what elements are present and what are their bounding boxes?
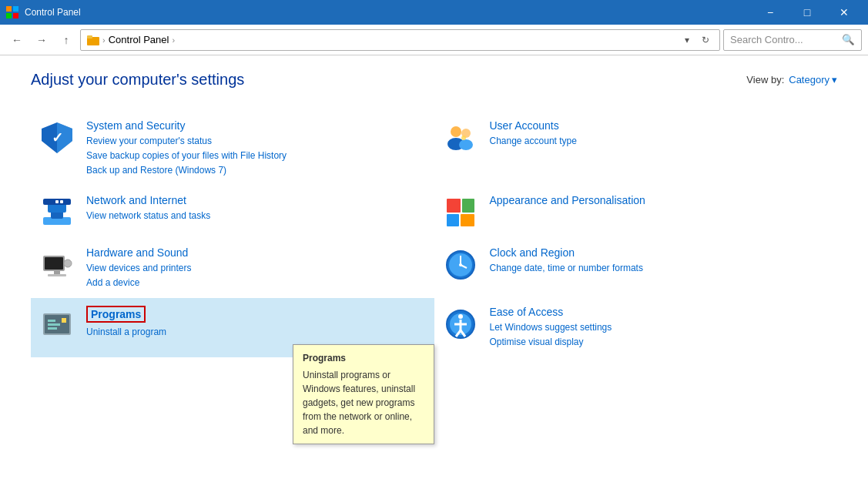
svg-rect-22 (447, 214, 459, 226)
system-security-title[interactable]: System and Security (86, 119, 427, 132)
svg-rect-18 (55, 200, 59, 203)
users-icon (444, 121, 478, 155)
title-bar-title: Control Panel (25, 7, 746, 18)
svg-rect-5 (87, 35, 92, 39)
address-field[interactable]: › Control Panel › ▾ ↻ (80, 29, 720, 51)
network-internet-content: Network and Internet View network status… (86, 194, 427, 223)
view-by-label: View by: (746, 74, 784, 85)
address-dropdown-button[interactable]: ▾ (679, 32, 695, 48)
svg-rect-21 (462, 199, 474, 213)
category-system-security: ✓ System and Security Review your comput… (31, 112, 434, 186)
category-ease-of-access: Ease of Access Let Windows suggest setti… (434, 298, 838, 357)
shield-icon: ✓ (40, 121, 74, 155)
hardware-sound-link-1[interactable]: Add a device (86, 276, 427, 290)
svg-point-42 (458, 314, 463, 319)
svg-rect-0 (6, 6, 12, 12)
category-network-internet: Network and Internet View network status… (31, 186, 434, 239)
system-security-link-0[interactable]: Review your computer's status (86, 134, 427, 149)
address-bar: ← → ↑ › Control Panel › ▾ ↻ Search Contr… (0, 25, 868, 55)
address-end-chevron: › (172, 35, 175, 45)
close-button[interactable]: ✕ (826, 0, 862, 25)
programs-link-0[interactable]: Uninstall a program (86, 325, 427, 340)
network-internet-link-0[interactable]: View network status and tasks (86, 209, 427, 223)
clock-region-link-0[interactable]: Change date, time or number formats (490, 261, 830, 276)
clock-icon-svg (444, 248, 478, 282)
network-icon (39, 194, 75, 231)
appearance-title[interactable]: Appearance and Personalisation (490, 194, 830, 206)
main-content: Adjust your computer's settings View by:… (0, 55, 868, 489)
folder-icon (87, 34, 99, 46)
network-internet-title[interactable]: Network and Internet (86, 194, 427, 206)
user-accounts-icon (442, 119, 479, 156)
search-placeholder: Search Contro... (730, 34, 803, 45)
tooltip-text: Uninstall programs or Windows features, … (303, 368, 424, 437)
back-button[interactable]: ← (6, 29, 28, 51)
user-accounts-title[interactable]: User Accounts (490, 119, 830, 132)
svg-rect-27 (54, 271, 60, 274)
hardware-sound-content: Hardware and Sound View devices and prin… (86, 246, 427, 290)
svg-rect-3 (13, 13, 18, 18)
ease-of-access-content: Ease of Access Let Windows suggest setti… (490, 306, 830, 350)
system-security-link-1[interactable]: Save backup copies of your files with Fi… (86, 149, 427, 163)
hardware-sound-link-0[interactable]: View devices and printers (86, 261, 427, 276)
svg-point-33 (459, 263, 462, 266)
svg-rect-2 (6, 13, 12, 18)
page-header: Adjust your computer's settings View by:… (31, 71, 837, 89)
programs-tooltip: Programs Uninstall programs or Windows f… (293, 344, 434, 444)
svg-rect-37 (48, 323, 60, 326)
title-bar-buttons: − □ ✕ (752, 0, 862, 25)
programs-icon-svg (40, 307, 74, 341)
up-button[interactable]: ↑ (55, 29, 77, 51)
view-by-value: Category (789, 74, 829, 85)
address-controls: ▾ ↻ (679, 32, 713, 48)
system-security-link-2[interactable]: Back up and Restore (Windows 7) (86, 163, 427, 178)
system-security-content: System and Security Review your computer… (86, 119, 427, 179)
category-programs: Programs Uninstall a program Programs Un… (31, 298, 434, 357)
user-accounts-content: User Accounts Change account type (490, 119, 830, 149)
ease-of-access-link-0[interactable]: Let Windows suggest settings (490, 320, 830, 335)
page-title: Adjust your computer's settings (31, 71, 244, 89)
clock-icon (442, 246, 479, 283)
svg-text:✓: ✓ (52, 130, 63, 146)
hardware-sound-title[interactable]: Hardware and Sound (86, 246, 427, 259)
hardware-icon-svg (40, 248, 74, 282)
programs-content: Programs Uninstall a program (86, 306, 427, 340)
programs-title[interactable]: Programs (86, 306, 146, 323)
appearance-content: Appearance and Personalisation (490, 194, 830, 209)
svg-rect-39 (62, 318, 66, 323)
hardware-icon (39, 246, 75, 283)
network-icon-svg (40, 196, 74, 229)
category-appearance: Appearance and Personalisation (434, 186, 838, 239)
svg-rect-38 (48, 327, 57, 330)
svg-point-12 (459, 139, 473, 150)
clock-region-title[interactable]: Clock and Region (490, 246, 830, 259)
categories-grid: ✓ System and Security Review your comput… (31, 112, 837, 357)
ease-icon-svg (444, 307, 478, 341)
svg-rect-28 (48, 274, 66, 276)
appearance-icon (442, 194, 479, 231)
forward-button[interactable]: → (31, 29, 52, 51)
svg-rect-1 (13, 6, 18, 12)
minimize-button[interactable]: − (752, 0, 788, 25)
search-button[interactable]: 🔍 (842, 34, 855, 45)
category-user-accounts: User Accounts Change account type (434, 112, 838, 186)
category-hardware-sound: Hardware and Sound View devices and prin… (31, 239, 434, 298)
view-by: View by: Category ▾ (746, 74, 837, 85)
svg-point-9 (451, 126, 461, 137)
user-accounts-link-0[interactable]: Change account type (490, 134, 830, 149)
svg-point-26 (64, 260, 72, 267)
category-clock-region: Clock and Region Change date, time or nu… (434, 239, 838, 298)
svg-rect-20 (447, 199, 461, 213)
search-box[interactable]: Search Contro... 🔍 (723, 29, 862, 51)
ease-of-access-title[interactable]: Ease of Access (490, 306, 830, 318)
appearance-icon-svg (444, 196, 478, 229)
svg-rect-19 (60, 200, 63, 203)
view-by-button[interactable]: Category ▾ (789, 74, 837, 85)
ease-of-access-link-1[interactable]: Optimise visual display (490, 335, 830, 350)
programs-icon (39, 306, 75, 343)
address-separator: › (102, 35, 106, 45)
title-bar-icon (6, 6, 18, 18)
svg-rect-36 (48, 320, 55, 322)
maximize-button[interactable]: □ (789, 0, 825, 25)
refresh-button[interactable]: ↻ (698, 32, 713, 48)
